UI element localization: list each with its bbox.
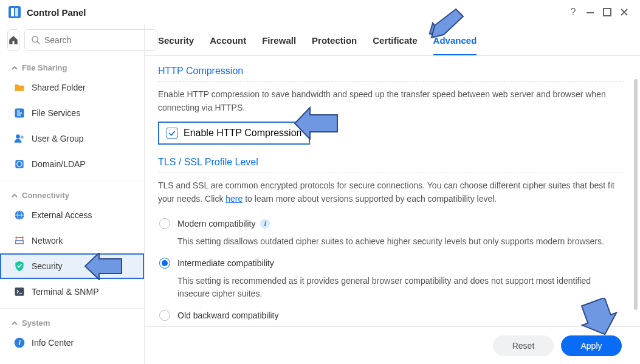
svg-point-7 xyxy=(16,134,20,139)
sidebar-item-shared-folder[interactable]: Shared Folder xyxy=(0,75,144,100)
section-tls-profile: TLS / SSL Profile Level xyxy=(158,157,624,173)
tab-firewall[interactable]: Firewall xyxy=(262,35,296,55)
reset-button[interactable]: Reset xyxy=(493,335,554,356)
content-area: Security Account Firewall Protection Cer… xyxy=(145,24,640,364)
tab-bar: Security Account Firewall Protection Cer… xyxy=(145,24,640,56)
tab-certificate[interactable]: Certificate xyxy=(373,35,417,55)
domain-icon xyxy=(13,158,26,170)
home-button[interactable] xyxy=(7,29,19,51)
globe-icon xyxy=(13,209,26,221)
svg-rect-0 xyxy=(9,6,21,18)
svg-rect-4 xyxy=(604,9,611,16)
sidebar-item-file-services[interactable]: File Services xyxy=(0,100,144,126)
network-icon xyxy=(13,235,26,247)
radio-icon xyxy=(159,218,170,229)
sidebar-item-external-access[interactable]: External Access xyxy=(0,202,144,228)
sidebar-item-network[interactable]: Network xyxy=(0,228,144,253)
sidebar-item-info-center[interactable]: iInfo Center xyxy=(0,330,144,355)
search-icon xyxy=(31,35,41,45)
svg-rect-3 xyxy=(587,12,594,13)
radio-modern-compatibility[interactable]: Modern compatibilityi xyxy=(159,213,624,234)
checkbox-icon xyxy=(167,128,177,139)
footer: Reset Apply xyxy=(145,326,640,364)
tab-account[interactable]: Account xyxy=(210,35,246,55)
sidebar-item-domain-ldap[interactable]: Domain/LDAP xyxy=(0,151,144,177)
search-input[interactable] xyxy=(44,35,151,45)
sidebar: File Sharing Shared Folder File Services… xyxy=(0,24,145,364)
chevron-up-icon xyxy=(11,320,18,327)
home-icon xyxy=(8,35,19,46)
tab-protection[interactable]: Protection xyxy=(312,35,357,55)
app-icon xyxy=(7,5,22,19)
tab-security[interactable]: Security xyxy=(158,35,194,55)
search-box[interactable] xyxy=(24,29,157,51)
radio-icon xyxy=(159,258,170,269)
info-icon: i xyxy=(13,337,26,349)
radio-intermediate-compatibility[interactable]: Intermediate compatibility xyxy=(159,253,624,273)
user-group-icon xyxy=(13,132,26,145)
scroll-area[interactable]: HTTP Compression Enable HTTP compression… xyxy=(145,56,640,364)
tls-radio-group: Modern compatibilityi This setting disal… xyxy=(159,213,624,326)
svg-point-5 xyxy=(32,36,38,42)
sidebar-item-terminal-snmp[interactable]: Terminal & SNMP xyxy=(0,279,144,304)
sidebar-item-security[interactable]: Security xyxy=(0,253,144,279)
divider xyxy=(0,180,144,181)
minimize-button[interactable] xyxy=(582,4,599,21)
svg-rect-2 xyxy=(15,8,18,16)
divider xyxy=(0,308,144,309)
apply-button[interactable]: Apply xyxy=(561,335,622,356)
http-compression-desc: Enable HTTP compression to save bandwidt… xyxy=(158,88,624,114)
sidebar-item-user-group[interactable]: User & Group xyxy=(0,126,144,151)
terminal-icon xyxy=(13,286,26,298)
tab-advanced[interactable]: Advanced xyxy=(433,35,477,55)
maximize-button[interactable] xyxy=(599,4,616,21)
close-button[interactable] xyxy=(616,4,633,21)
file-services-icon xyxy=(13,107,26,119)
section-system[interactable]: System xyxy=(0,312,144,330)
chevron-up-icon xyxy=(11,192,18,199)
section-connectivity[interactable]: Connectivity xyxy=(0,185,144,202)
radio-intermediate-desc: This setting is recommended as it provid… xyxy=(159,273,624,305)
window-title: Control Panel xyxy=(27,7,565,18)
enable-http-compression-checkbox[interactable]: Enable HTTP Compression xyxy=(158,122,310,145)
shield-icon xyxy=(13,260,26,272)
svg-rect-13 xyxy=(15,287,24,295)
svg-point-8 xyxy=(21,136,24,139)
checkbox-label: Enable HTTP Compression xyxy=(184,128,301,139)
info-icon[interactable]: i xyxy=(260,219,270,228)
help-button[interactable]: ? xyxy=(565,4,582,21)
tls-learn-more-link[interactable]: here xyxy=(225,194,243,204)
radio-old-compatibility[interactable]: Old backward compatibility xyxy=(159,305,624,326)
radio-modern-desc: This setting disallows outdated cipher s… xyxy=(159,234,624,253)
folder-icon xyxy=(13,81,26,94)
chevron-up-icon xyxy=(11,64,18,72)
section-file-sharing[interactable]: File Sharing xyxy=(0,57,144,75)
section-http-compression: HTTP Compression xyxy=(158,66,624,82)
scrollbar[interactable] xyxy=(634,79,638,334)
radio-icon xyxy=(159,310,170,321)
svg-rect-1 xyxy=(11,8,14,16)
tls-desc: TLS and SSL are common encrypted protoco… xyxy=(158,179,624,205)
titlebar: Control Panel ? xyxy=(0,0,640,24)
